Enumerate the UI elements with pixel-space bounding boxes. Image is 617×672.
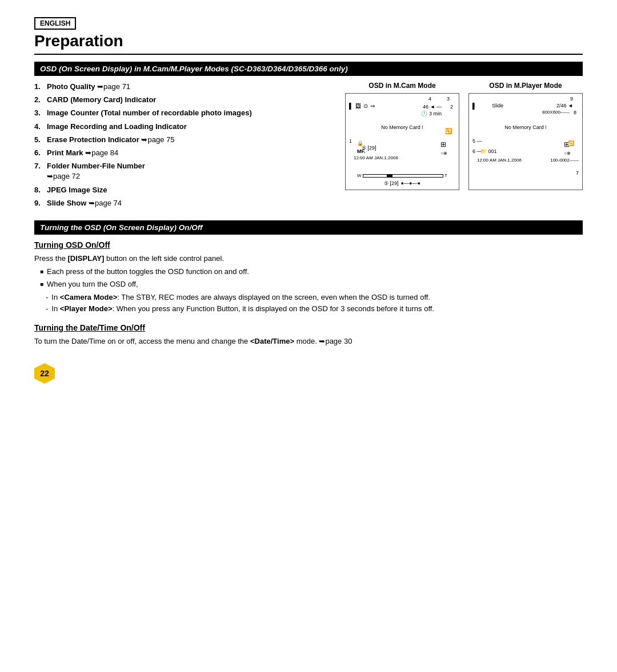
battery-icon2: ▌	[472, 103, 476, 109]
sub-bullet-item: In <Player Mode>: When you press any Fun…	[46, 303, 583, 315]
battery-icon: ▌	[349, 103, 353, 109]
mplayer-title: OSD in M.Player Mode	[489, 82, 562, 90]
page-title: Preparation	[34, 32, 583, 55]
osd-list: Photo Quality ➥page 71 CARD (Memory Card…	[34, 82, 334, 211]
mplayer-slide: Slide	[492, 103, 503, 108]
mcam-diagram: OSD in M.Cam Mode 4 3 ▌ 🖼 ⊙ ⇒ 46 ◄ — 2 🕐…	[345, 82, 459, 211]
osd-section: Photo Quality ➥page 71 CARD (Memory Card…	[34, 82, 583, 211]
sub-bullet-text: In <Player Mode>: When you press any Fun…	[51, 303, 434, 315]
list-item: Print Mark ➥page 84	[34, 148, 334, 158]
mplayer-label-5: 5 —	[472, 138, 482, 144]
turning-osd-subtitle: Turning OSD On/Off	[34, 240, 583, 250]
list-item: Photo Quality ➥page 71	[34, 82, 334, 92]
mcam-date: 12:00 AM JAN.1.2006	[354, 155, 398, 160]
turning-osd-body: Press the [DISPLAY] button on the left s…	[34, 253, 583, 264]
osd-section-header: OSD (On Screen Display) in M.Cam/M.Playe…	[34, 62, 583, 76]
mcam-label-1: 1	[349, 138, 352, 144]
mplayer-label-9: 9	[570, 96, 573, 102]
cam-icon: ⊙	[363, 103, 368, 109]
bullet-text: Each press of the button toggles the OSD…	[47, 266, 249, 277]
bullet-item: Each press of the button toggles the OSD…	[40, 266, 583, 277]
slider-t: T	[444, 173, 447, 178]
sub-bullet-text: In <Camera Mode>: The STBY, REC modes ar…	[51, 292, 430, 303]
arrow-icon: ⇒	[370, 103, 375, 109]
list-item: Slide Show ➥page 74	[34, 198, 334, 208]
mplayer-fraction: 2/46 ◄	[556, 103, 573, 108]
mcam-no-memory: No Memory Card !	[381, 124, 423, 130]
list-item: Folder Number-File Number➥page 72	[34, 161, 334, 182]
mcam-slider: W T	[357, 173, 447, 178]
mcam-bottom-row: ⑤ [29] ●—●—●	[384, 180, 420, 186]
mcam-box: 4 3 ▌ 🖼 ⊙ ⇒ 46 ◄ — 2 🕐 3 min No Memory C…	[345, 93, 459, 190]
mplayer-icon2: 🔁	[568, 140, 574, 146]
osd-bullet-list: Each press of the button toggles the OSD…	[34, 266, 583, 289]
mplayer-box: 9 ▌ Slide 2/46 ◄ 800X600—— 8 No Memory C…	[468, 93, 583, 190]
mcam-grid-icon: ⊞○⊕	[440, 140, 447, 156]
turning-date-subtitle: Turning the Date/Time On/Off	[34, 323, 583, 332]
slider-w: W	[357, 173, 362, 178]
mplayer-icons: ▌	[472, 103, 476, 109]
list-item: Erase Protection Indicator ➥page 75	[34, 135, 334, 145]
osd-items-list: Photo Quality ➥page 71 CARD (Memory Card…	[34, 82, 334, 208]
slider-handle	[387, 175, 392, 177]
mcam-mf: MF.	[357, 148, 366, 154]
mcam-label-4: 4	[428, 96, 431, 102]
mplayer-label-8: 8	[574, 110, 576, 115]
mcam-label-3: 3	[447, 96, 450, 102]
sub-bullet-item: In <Camera Mode>: The STBY, REC modes ar…	[46, 292, 583, 303]
turning-date-section: Turning the Date/Time On/Off To turn the…	[34, 323, 583, 347]
mcam-title: OSD in M.Cam Mode	[368, 82, 435, 90]
mplayer-label-7: 7	[576, 170, 579, 176]
mcam-label-2: 2	[450, 104, 453, 110]
mcam-46: 46 ◄ —	[423, 104, 442, 110]
list-item: JPEG Image Size	[34, 185, 334, 195]
mcam-3min: 🕐 3 min	[421, 111, 442, 116]
mcam-icon-right: 🔁	[445, 128, 452, 134]
mplayer-diagram: OSD in M.Player Mode 9 ▌ Slide 2/46 ◄ 80…	[468, 82, 583, 211]
list-item: CARD (Memory Card) Indicator	[34, 95, 334, 105]
list-item: Image Recording and Loading Indicator	[34, 122, 334, 132]
list-item: Image Counter (Total number of recordabl…	[34, 108, 334, 118]
mcam-dots: ●—●—●	[401, 180, 420, 186]
bullet-item: When you turn the OSD off,	[40, 279, 583, 290]
mplayer-date: 12:00 AM JAN.1.2006	[477, 158, 522, 163]
osd-sub-bullet-list: In <Camera Mode>: The STBY, REC modes ar…	[34, 292, 583, 314]
page-number: 22	[34, 363, 55, 384]
mcam-icons: ▌ 🖼 ⊙ ⇒	[349, 103, 375, 109]
mplayer-fileno: 100-0002——	[550, 158, 579, 163]
mcam-icon-bottom: ⑤ [29]	[384, 180, 399, 186]
osd-diagrams: OSD in M.Cam Mode 4 3 ▌ 🖼 ⊙ ⇒ 46 ◄ — 2 🕐…	[345, 82, 583, 211]
mplayer-no-memory: No Memory Card !	[504, 124, 547, 130]
bullet-text: When you turn the OSD off,	[47, 279, 138, 290]
mplayer-800x600: 800X600——	[542, 110, 570, 115]
img-icon: 🖼	[355, 103, 361, 109]
turning-osd-header: Turning the OSD (On Screen Display) On/O…	[34, 220, 583, 235]
mplayer-001: 📁 001	[480, 148, 497, 154]
language-badge: ENGLISH	[34, 17, 76, 30]
slider-bar	[363, 174, 444, 178]
turning-date-body: To turn the Date/Time on or off, access …	[34, 336, 583, 347]
